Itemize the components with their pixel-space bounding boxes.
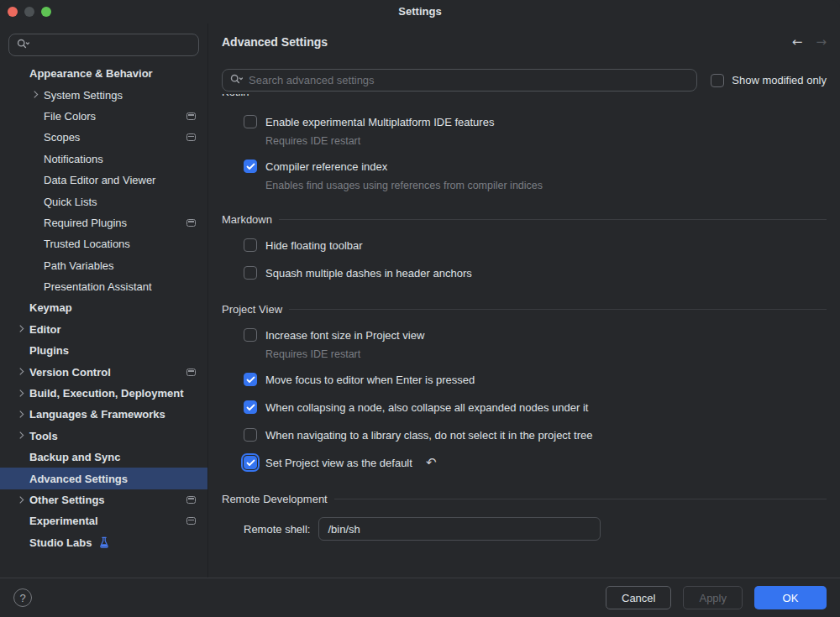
chevron-right-icon[interactable] [17, 369, 24, 375]
checkbox-label: When navigating to a library class, do n… [265, 429, 592, 442]
apply-button[interactable]: Apply [683, 586, 743, 609]
back-arrow-button[interactable]: ← [792, 36, 803, 49]
dialog-footer: ? Cancel Apply OK [0, 578, 840, 617]
setting-row-enable-experimental-multiplatform-ide-features: Enable experimental Multiplatform IDE fe… [244, 113, 827, 130]
sidebar-item-label: Quick Lists [44, 196, 97, 208]
sidebar-item-studio-labs[interactable]: Studio Labs [0, 532, 207, 553]
checkbox-compiler-reference-index[interactable] [244, 159, 257, 173]
help-button[interactable]: ? [13, 588, 32, 607]
sidebar-item-label: Data Editor and Viewer [44, 174, 155, 186]
chevron-right-icon[interactable] [17, 496, 24, 503]
sidebar-item-other-settings[interactable]: Other Settings [0, 489, 207, 510]
sidebar-item-path-variables[interactable]: Path Variables [0, 255, 207, 276]
checkbox-label: Hide floating toolbar [265, 239, 363, 252]
sidebar-item-label: Scopes [44, 131, 80, 144]
setting-row-increase-font-size-in-project-view: Increase font size in Project view [244, 327, 827, 343]
setting-row-hide-floating-toolbar: Hide floating toolbar [244, 237, 827, 254]
checkbox-squash-multiple-dashes-in-header-anchors[interactable] [244, 266, 257, 280]
settings-tree: Appearance & BehaviorSystem SettingsFile… [0, 63, 207, 553]
sidebar-item-notifications[interactable]: Notifications [0, 149, 207, 170]
sidebar-item-presentation-assistant[interactable]: Presentation Assistant [0, 276, 207, 297]
chevron-right-icon[interactable] [17, 411, 24, 418]
sidebar-item-label: Required Plugins [44, 217, 127, 229]
sidebar-item-file-colors[interactable]: File Colors [0, 106, 207, 127]
setting-row-move-focus-to-editor-when-enter-is-pressed: Move focus to editor when Enter is press… [244, 371, 827, 388]
checkbox-label: Compiler reference index [265, 160, 387, 173]
advanced-search-field[interactable] [222, 69, 697, 92]
show-modified-only-label: Show modified only [732, 74, 827, 86]
sidebar-item-backup-and-sync[interactable]: Backup and Sync [0, 447, 207, 468]
sidebar-item-label: Other Settings [29, 494, 105, 506]
checkbox-enable-experimental-multiplatform-ide-features[interactable] [244, 115, 257, 128]
project-settings-icon [186, 496, 196, 504]
sidebar-item-label: Editor [29, 323, 61, 336]
sidebar-item-data-editor-and-viewer[interactable]: Data Editor and Viewer [0, 170, 207, 191]
sidebar-item-label: Plugins [29, 344, 69, 357]
search-icon [229, 73, 244, 88]
section-divider [334, 499, 827, 499]
sidebar-item-trusted-locations[interactable]: Trusted Locations [0, 233, 207, 254]
section-header-markdown: Markdown [222, 213, 827, 226]
window-title: Settings [0, 5, 840, 18]
sidebar-item-required-plugins[interactable]: Required Plugins [0, 212, 207, 233]
chevron-right-icon[interactable] [17, 326, 24, 332]
page-title: Advanced Settings [222, 35, 328, 49]
checkbox-label: When collapsing a node, also collapse al… [265, 401, 588, 414]
project-settings-icon [186, 517, 196, 525]
sidebar-item-editor[interactable]: Editor [0, 319, 207, 340]
setting-hint: Enables find usages using references fro… [265, 180, 827, 191]
checkbox-move-focus-to-editor-when-enter-is-pressed[interactable] [244, 373, 257, 386]
sidebar-item-label: Notifications [44, 153, 103, 165]
checkbox-label: Squash multiple dashes in header anchors [265, 267, 472, 280]
checkbox-when-navigating-to-a-library-class-do-not-select-it-in-the-project-tree[interactable] [244, 428, 257, 442]
section-divider [279, 219, 827, 220]
forward-arrow-button[interactable]: → [816, 36, 827, 49]
remote-shell-input[interactable] [318, 517, 601, 541]
sidebar-item-system-settings[interactable]: System Settings [0, 84, 207, 105]
chevron-right-icon[interactable] [17, 432, 24, 439]
ok-button[interactable]: OK [754, 586, 827, 609]
sidebar-item-plugins[interactable]: Plugins [0, 340, 207, 361]
setting-row-when-navigating-to-a-library-class-do-not-select-it-in-the-project-tree: When navigating to a library class, do n… [244, 426, 827, 443]
sidebar-item-languages-frameworks[interactable]: Languages & Frameworks [0, 404, 207, 425]
sidebar-item-label: Version Control [29, 366, 111, 379]
cancel-button[interactable]: Cancel [606, 586, 671, 609]
sidebar-item-label: Backup and Sync [29, 451, 120, 463]
section-divider [289, 309, 827, 310]
sidebar-item-appearance-behavior[interactable]: Appearance & Behavior [0, 63, 207, 84]
setting-row-when-collapsing-a-node-also-collapse-all-expanded-nodes-under-it: When collapsing a node, also collapse al… [244, 399, 827, 416]
sidebar-item-tools[interactable]: Tools [0, 426, 207, 447]
advanced-search-input[interactable] [244, 74, 696, 86]
section-title: Kotlin [222, 94, 249, 98]
settings-sidebar: Appearance & BehaviorSystem SettingsFile… [0, 24, 208, 578]
sidebar-search-input[interactable] [8, 34, 199, 56]
setting-hint: Requires IDE restart [265, 135, 827, 147]
checkbox-label: Set Project view as the default [265, 457, 412, 469]
sidebar-item-label: Tools [29, 430, 58, 442]
sidebar-item-label: Languages & Frameworks [29, 408, 165, 421]
project-settings-icon [186, 219, 196, 227]
sidebar-item-label: Build, Execution, Deployment [29, 387, 183, 400]
chevron-right-icon[interactable] [31, 92, 38, 98]
show-modified-only-checkbox[interactable] [711, 74, 724, 87]
search-icon [16, 38, 30, 53]
chevron-right-icon[interactable] [17, 390, 24, 396]
project-settings-icon [186, 369, 196, 376]
checkbox-set-project-view-as-the-default[interactable] [244, 456, 257, 469]
revert-to-default-icon[interactable]: ↶ [426, 457, 437, 469]
section-header-project-view: Project View [222, 303, 827, 316]
sidebar-item-version-control[interactable]: Version Control [0, 361, 207, 382]
sidebar-item-build-execution-deployment[interactable]: Build, Execution, Deployment [0, 383, 207, 404]
title-bar: Settings [0, 0, 840, 24]
field-label: Remote shell: [244, 523, 310, 536]
checkbox-hide-floating-toolbar[interactable] [244, 238, 257, 252]
checkbox-when-collapsing-a-node-also-collapse-all-expanded-nodes-under-it[interactable] [244, 400, 257, 414]
sidebar-item-scopes[interactable]: Scopes [0, 127, 207, 148]
checkbox-increase-font-size-in-project-view[interactable] [244, 328, 257, 342]
sidebar-item-advanced-settings[interactable]: Advanced Settings [0, 468, 207, 489]
settings-window: Settings Appearance & BehaviorSystem Set… [0, 0, 840, 617]
sidebar-item-quick-lists[interactable]: Quick Lists [0, 191, 207, 212]
sidebar-item-experimental[interactable]: Experimental [0, 510, 207, 531]
sidebar-item-keymap[interactable]: Keymap [0, 297, 207, 318]
sidebar-item-label: File Colors [44, 110, 96, 123]
